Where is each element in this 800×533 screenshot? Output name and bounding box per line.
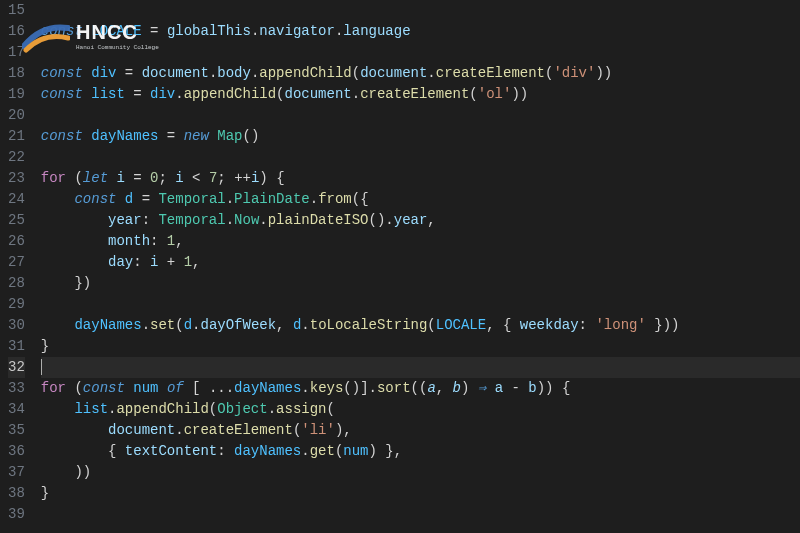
- line-number: 26: [8, 231, 25, 252]
- code-line[interactable]: [41, 105, 800, 126]
- token-punct: ,: [427, 212, 435, 228]
- token-ident: globalThis: [167, 23, 251, 39]
- code-line[interactable]: const d = Temporal.PlainDate.from({: [41, 189, 800, 210]
- line-number: 22: [8, 147, 25, 168]
- code-line[interactable]: [41, 357, 800, 378]
- code-line[interactable]: day: i + 1,: [41, 252, 800, 273]
- line-number: 33: [8, 378, 25, 399]
- token-punct: (: [209, 401, 217, 417]
- code-line[interactable]: }): [41, 273, 800, 294]
- token-var: div: [150, 86, 175, 102]
- token-punct: }): [41, 275, 91, 291]
- token-op: =: [125, 170, 150, 186]
- token-op: =: [116, 65, 141, 81]
- line-number: 27: [8, 252, 25, 273]
- token-op: =: [133, 191, 158, 207]
- token-op: +: [158, 254, 183, 270]
- line-number: 34: [8, 399, 25, 420]
- logo-subtitle: Hanoi Community College: [76, 44, 159, 51]
- code-area[interactable]: const LOCALE = globalThis.navigator.lang…: [37, 0, 800, 533]
- line-number: 35: [8, 420, 25, 441]
- token-ident: document: [360, 65, 427, 81]
- code-editor[interactable]: 1516171819202122232425262728293031323334…: [0, 0, 800, 533]
- token-func: set: [150, 317, 175, 333]
- token-punct: (): [243, 128, 260, 144]
- token-punct: (: [66, 380, 83, 396]
- code-line[interactable]: list.appendChild(Object.assign(: [41, 399, 800, 420]
- token-kw-decl: const: [41, 128, 91, 144]
- token-punct: )): [511, 86, 528, 102]
- token-punct: ): [461, 380, 478, 396]
- token-punct: .: [268, 401, 276, 417]
- token-ident: document: [142, 65, 209, 81]
- code-line[interactable]: }: [41, 483, 800, 504]
- token-op: =: [158, 128, 183, 144]
- token-var: dayNames: [234, 380, 301, 396]
- token-ident: b: [528, 380, 536, 396]
- code-line[interactable]: month: 1,: [41, 231, 800, 252]
- code-line[interactable]: for (const num of [ ...dayNames.keys()].…: [41, 378, 800, 399]
- token-str: 'ol': [478, 86, 512, 102]
- line-number: 24: [8, 189, 25, 210]
- code-line[interactable]: dayNames.set(d.dayOfWeek, d.toLocaleStri…: [41, 315, 800, 336]
- line-number: 21: [8, 126, 25, 147]
- token-func: keys: [310, 380, 344, 396]
- code-line[interactable]: const div = document.body.appendChild(do…: [41, 63, 800, 84]
- code-line[interactable]: )): [41, 462, 800, 483]
- logo-swoosh-icon: [22, 18, 70, 54]
- token-var: d: [125, 191, 133, 207]
- token-punct: ,: [175, 233, 183, 249]
- token-kw-decl: const: [74, 191, 124, 207]
- token-func: appendChild: [184, 86, 276, 102]
- token-op: <: [184, 170, 209, 186]
- code-line[interactable]: }: [41, 336, 800, 357]
- code-line[interactable]: [41, 504, 800, 525]
- token-kw-ctrl: for: [41, 170, 66, 186]
- token-punct: (: [327, 401, 335, 417]
- token-kw-decl: of: [158, 380, 192, 396]
- code-line[interactable]: [41, 147, 800, 168]
- token-punct: .: [310, 191, 318, 207]
- code-line[interactable]: const dayNames = new Map(): [41, 126, 800, 147]
- token-punct: .: [352, 86, 360, 102]
- token-punct: , {: [486, 317, 520, 333]
- token-func: createElement: [360, 86, 469, 102]
- token-num: 1: [167, 233, 175, 249]
- token-op: =: [125, 86, 150, 102]
- line-number: 38: [8, 483, 25, 504]
- token-punct: .: [175, 86, 183, 102]
- token-punct: (: [427, 317, 435, 333]
- code-line[interactable]: [41, 294, 800, 315]
- token-str: 'div': [553, 65, 595, 81]
- token-func: from: [318, 191, 352, 207]
- token-kw-decl: new: [184, 128, 218, 144]
- token-punct: .: [175, 422, 183, 438]
- token-punct: ,: [276, 317, 293, 333]
- token-punct: [41, 317, 75, 333]
- token-kw-decl: const: [41, 86, 91, 102]
- code-line[interactable]: for (let i = 0; i < 7; ++i) {: [41, 168, 800, 189]
- line-number: 37: [8, 462, 25, 483]
- token-prop: month: [108, 233, 150, 249]
- token-ident: document: [285, 86, 352, 102]
- token-var: LOCALE: [436, 317, 486, 333]
- token-punct: ({: [352, 191, 369, 207]
- line-number: 31: [8, 336, 25, 357]
- line-number: 32: [8, 357, 25, 378]
- token-punct: )) {: [537, 380, 571, 396]
- code-line[interactable]: { textContent: dayNames.get(num) },: [41, 441, 800, 462]
- token-punct: (: [469, 86, 477, 102]
- code-line[interactable]: document.createElement('li'),: [41, 420, 800, 441]
- token-var: d: [184, 317, 192, 333]
- token-punct: }: [41, 485, 49, 501]
- token-prop: navigator: [259, 23, 335, 39]
- code-line[interactable]: year: Temporal.Now.plainDateISO().year,: [41, 210, 800, 231]
- token-punct: {: [41, 443, 125, 459]
- token-punct: :: [133, 254, 150, 270]
- token-punct: [41, 401, 75, 417]
- code-line[interactable]: const list = div.appendChild(document.cr…: [41, 84, 800, 105]
- logo-text: HNCC: [76, 22, 159, 42]
- token-punct: ((: [411, 380, 428, 396]
- token-param: a: [427, 380, 435, 396]
- token-ident: i: [175, 170, 183, 186]
